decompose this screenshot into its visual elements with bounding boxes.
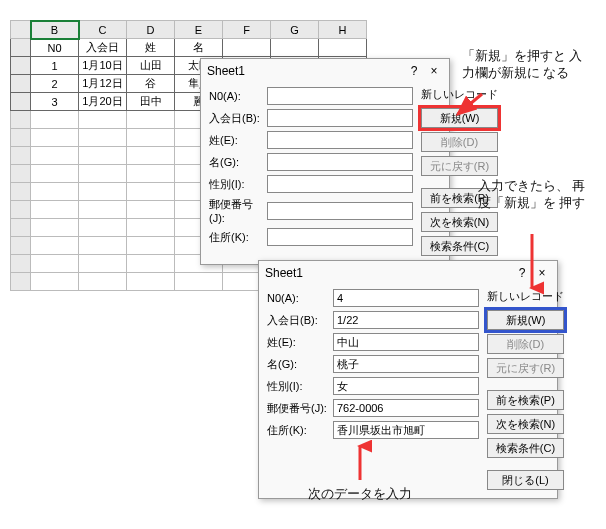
date-input[interactable] [267,109,413,127]
arrow-to-addr [348,440,372,484]
row-header[interactable] [11,93,31,111]
sei-input[interactable] [267,131,413,149]
svg-line-0 [458,94,482,114]
col-header[interactable]: C [79,21,127,39]
addr-label: 住所(K): [209,230,267,245]
table-cell[interactable]: 1月10日 [79,57,127,75]
data-form-dialog-1: Sheet1 ? × N0(A):入会日(B):姓(E):名(G):性別(I):… [200,58,450,265]
addr-input[interactable] [333,421,479,439]
date-label: 入会日(B): [209,111,267,126]
sei-input[interactable] [333,333,479,351]
help-button[interactable]: ? [405,63,423,79]
col-header[interactable]: G [271,21,319,39]
criteria-button[interactable]: 検索条件(C) [421,236,498,256]
no-label: N0(A): [267,292,333,304]
table-cell[interactable]: 3 [31,93,79,111]
table-header-cell: N0 [31,39,79,57]
data-form-dialog-2: Sheet1 ? × N0(A):入会日(B):姓(E):名(G):性別(I):… [258,260,558,499]
arrow-to-new-1 [454,92,484,122]
annotation-a: 「新規」を押すと 入力欄が新規に なる [462,48,592,82]
table-cell[interactable]: 山田 [127,57,175,75]
mei-label: 名(G): [267,357,333,372]
no-input[interactable] [267,87,413,105]
table-cell[interactable]: 2 [31,75,79,93]
col-header[interactable]: B [31,21,79,39]
delete-button: 削除(D) [421,132,498,152]
arrow-to-new-2 [520,232,544,296]
col-header[interactable] [11,21,31,39]
sex-label: 性別(I): [209,177,267,192]
date-label: 入会日(B): [267,313,333,328]
table-header-cell: 入会日 [79,39,127,57]
restore-button: 元に戻す(R) [487,358,564,378]
sei-label: 姓(E): [267,335,333,350]
mei-input[interactable] [333,355,479,373]
annotation-c: 次のデータを入力 [308,486,412,503]
find-next-button[interactable]: 次を検索(N) [487,414,564,434]
new-button[interactable]: 新規(W) [487,310,564,330]
zip-input[interactable] [333,399,479,417]
criteria-button[interactable]: 検索条件(C) [487,438,564,458]
no-label: N0(A): [209,90,267,102]
restore-button: 元に戻す(R) [421,156,498,176]
table-cell[interactable]: 谷 [127,75,175,93]
mei-label: 名(G): [209,155,267,170]
table-cell[interactable]: 田中 [127,93,175,111]
table-header-cell: 名 [175,39,223,57]
table-cell[interactable]: 1 [31,57,79,75]
row-header[interactable] [11,39,31,57]
find-prev-button[interactable]: 前を検索(P) [487,390,564,410]
zip-input[interactable] [267,202,413,220]
col-header[interactable]: F [223,21,271,39]
close-form-button[interactable]: 閉じる(L) [487,470,564,490]
sex-label: 性別(I): [267,379,333,394]
row-header[interactable] [11,57,31,75]
zip-label: 郵便番号(J): [209,197,267,224]
annotation-b: 入力できたら、 再度「新規」を 押す [478,178,598,212]
addr-input[interactable] [267,228,413,246]
zip-label: 郵便番号(J): [267,401,333,416]
find-next-button[interactable]: 次を検索(N) [421,212,498,232]
delete-button: 削除(D) [487,334,564,354]
no-input[interactable] [333,289,479,307]
row-header[interactable] [11,75,31,93]
col-header[interactable]: H [319,21,367,39]
col-header[interactable]: E [175,21,223,39]
table-header-cell: 姓 [127,39,175,57]
mei-input[interactable] [267,153,413,171]
dialog-title: Sheet1 [207,64,403,78]
date-input[interactable] [333,311,479,329]
sex-input[interactable] [267,175,413,193]
sei-label: 姓(E): [209,133,267,148]
close-button[interactable]: × [425,63,443,79]
col-header[interactable]: D [127,21,175,39]
table-cell[interactable]: 1月12日 [79,75,127,93]
dialog-title: Sheet1 [265,266,511,280]
addr-label: 住所(K): [267,423,333,438]
sex-input[interactable] [333,377,479,395]
table-cell[interactable]: 1月20日 [79,93,127,111]
